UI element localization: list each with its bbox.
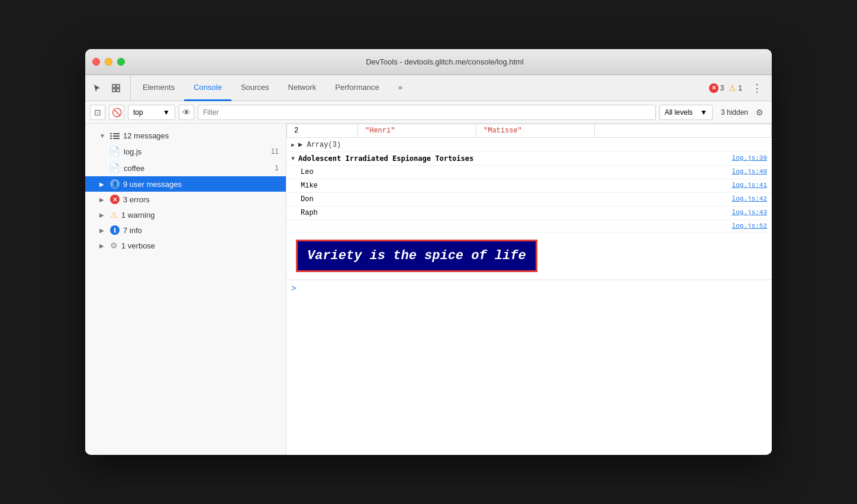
table-col2-cell: "Matisse" — [476, 124, 595, 138]
group-child-leo: Leo log.js:40 — [286, 166, 772, 179]
error-badge[interactable]: ✕ 3 — [709, 83, 724, 93]
console-panel: 2 "Henri" "Matisse" — [286, 124, 772, 455]
sidebar-file-logjs[interactable]: 📄 log.js 11 — [85, 143, 286, 160]
tab-network[interactable]: Network — [279, 75, 326, 101]
file-icon-coffee: 📄 — [109, 163, 120, 173]
mike-content: Mike — [301, 182, 732, 190]
tab-console[interactable]: Console — [184, 75, 231, 101]
source-only-row: log.js:52 — [286, 220, 772, 232]
list-icon — [110, 133, 120, 140]
maximize-button[interactable] — [117, 58, 125, 66]
warning-triangle-icon: ⚠ — [110, 210, 118, 219]
group-expand-icon[interactable]: ▼ — [291, 156, 295, 162]
levels-dropdown-icon: ▼ — [700, 108, 707, 117]
caret-down-icon: ▼ — [99, 133, 107, 139]
svg-rect-1 — [117, 85, 120, 88]
sidebar-user-messages[interactable]: ▶ 👤 9 user messages — [85, 176, 286, 192]
errors-label: 3 errors — [123, 195, 279, 204]
svg-rect-4 — [110, 133, 112, 134]
clear-console-button[interactable]: 🚫 — [109, 105, 124, 120]
tab-more[interactable]: » — [389, 75, 412, 101]
context-selector[interactable]: top ▼ — [128, 105, 175, 120]
table-index-cell: 2 — [287, 124, 358, 138]
sidebar-messages-header[interactable]: ▼ 12 messages — [85, 128, 286, 143]
eye-button[interactable]: 👁 — [179, 105, 194, 120]
dropdown-arrow-icon: ▼ — [163, 108, 170, 117]
raph-content: Raph — [301, 209, 732, 217]
verbose-label: 1 verbose — [121, 241, 279, 250]
errors-caret-icon: ▶ — [99, 196, 107, 203]
svg-rect-7 — [113, 135, 120, 137]
title-bar: DevTools - devtools.glitch.me/console/lo… — [85, 49, 772, 75]
coffee-count: 1 — [275, 164, 279, 172]
settings-icon[interactable]: ⚙ — [752, 105, 767, 120]
file-icon: 📄 — [109, 146, 120, 157]
toolbar-right: ✕ 3 ⚠ 1 ⋮ — [709, 75, 767, 101]
tab-elements[interactable]: Elements — [133, 75, 184, 101]
traffic-lights — [92, 58, 125, 66]
sidebar-info[interactable]: ▶ ℹ 7 info — [85, 222, 286, 238]
main-content: ▼ 12 messages 📄 log.js 11 📄 — [85, 124, 772, 455]
user-messages-label: 9 user messages — [123, 180, 279, 189]
svg-rect-9 — [113, 138, 120, 139]
console-prompt-icon: > — [291, 284, 296, 293]
verbose-icon: ⚙ — [110, 241, 118, 250]
sidebar-verbose[interactable]: ▶ ⚙ 1 verbose — [85, 238, 286, 253]
array-expand-row[interactable]: ▶ ▶ Array(3) — [286, 138, 772, 152]
variety-box: Variety is the spice of life — [296, 240, 537, 272]
error-icon: ✕ — [709, 83, 719, 93]
tab-sources[interactable]: Sources — [231, 75, 279, 101]
table-section: 2 "Henri" "Matisse" — [286, 124, 772, 138]
table-row: 2 "Henri" "Matisse" — [287, 124, 772, 138]
file-count: 11 — [271, 147, 279, 156]
svg-rect-8 — [110, 138, 112, 139]
error-icon: ✕ — [110, 195, 120, 204]
svg-rect-0 — [112, 85, 115, 88]
group-child-mike: Mike log.js:41 — [286, 179, 772, 193]
svg-rect-5 — [113, 133, 120, 134]
levels-selector[interactable]: All levels ▼ — [659, 105, 713, 120]
warning-badge[interactable]: ⚠ 1 — [729, 83, 742, 93]
console-input-row: > — [286, 280, 772, 297]
table-col1-cell: "Henri" — [358, 124, 476, 138]
svg-rect-2 — [112, 89, 115, 92]
menu-button[interactable]: ⋮ — [747, 79, 767, 97]
sidebar-warning[interactable]: ▶ ⚠ 1 warning — [85, 207, 286, 222]
tab-performance[interactable]: Performance — [326, 75, 388, 101]
window-title: DevTools - devtools.glitch.me/console/lo… — [125, 57, 765, 66]
inspect-icon[interactable] — [109, 81, 123, 95]
sidebar-toggle[interactable]: ⊡ — [90, 105, 105, 120]
group-content: ▼ Adolescent Irradiated Espionage Tortoi… — [291, 154, 732, 163]
array-content: ▶ ▶ Array(3) — [291, 140, 767, 149]
table-empty-cell — [595, 124, 772, 138]
filter-input[interactable] — [198, 105, 656, 120]
hidden-count: 3 hidden — [721, 108, 748, 117]
leo-content: Leo — [301, 168, 732, 176]
user-icon: 👤 — [110, 179, 120, 189]
verbose-caret-icon: ▶ — [99, 243, 107, 249]
cursor-icon[interactable] — [90, 81, 104, 95]
svg-rect-3 — [117, 89, 120, 92]
info-caret-icon: ▶ — [99, 227, 107, 234]
file-label: log.js — [124, 147, 268, 156]
toolbar-actions — [90, 75, 131, 101]
console-toolbar: ⊡ 🚫 top ▼ 👁 All levels ▼ 3 hidden ⚙ — [85, 101, 772, 124]
sidebar-errors[interactable]: ▶ ✕ 3 errors — [85, 192, 286, 207]
group-header-row[interactable]: ▼ Adolescent Irradiated Espionage Tortoi… — [286, 152, 772, 166]
minimize-button[interactable] — [105, 58, 112, 66]
caret-right-icon: ▶ — [99, 181, 107, 188]
sidebar-file-coffee[interactable]: 📄 coffee 1 — [85, 160, 286, 176]
close-button[interactable] — [92, 58, 100, 66]
don-content: Don — [301, 195, 732, 203]
warning-icon: ⚠ — [729, 83, 736, 93]
info-icon: ℹ — [110, 225, 120, 235]
messages-label: 12 messages — [123, 131, 279, 140]
devtools-window: DevTools - devtools.glitch.me/console/lo… — [85, 49, 772, 455]
coffee-label: coffee — [124, 164, 271, 173]
console-input[interactable] — [299, 285, 767, 293]
info-label: 7 info — [123, 226, 279, 235]
group-child-don: Don log.js:42 — [286, 193, 772, 206]
expand-icon[interactable]: ▶ — [291, 141, 295, 148]
toolbar: Elements Console Sources Network Perform… — [85, 75, 772, 101]
styled-output-row: Variety is the spice of life — [286, 232, 772, 280]
